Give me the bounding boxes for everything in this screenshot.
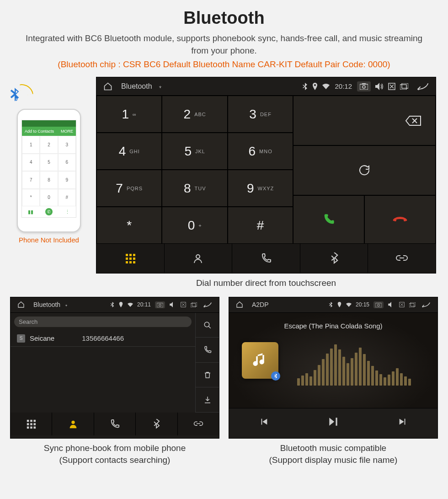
wifi-icon	[346, 303, 352, 307]
contact-number: 13566664466	[82, 334, 124, 342]
hangup-button[interactable]	[364, 195, 436, 244]
svg-rect-6	[126, 254, 128, 256]
dial-key-0[interactable]: 0+	[162, 207, 227, 244]
nav-bluetooth[interactable]	[300, 244, 368, 273]
svg-rect-19	[191, 303, 196, 307]
signal-wave-icon	[20, 82, 33, 96]
side-download-icon[interactable]	[195, 387, 219, 413]
screenshot-icon[interactable]	[357, 81, 371, 91]
location-icon	[119, 302, 123, 307]
svg-rect-29	[30, 426, 32, 429]
nav-call-history[interactable]	[94, 413, 136, 435]
status-title: A2DP	[252, 301, 269, 308]
close-icon[interactable]	[388, 83, 395, 90]
side-delete-icon[interactable]	[195, 363, 219, 388]
status-time: 20:11	[137, 301, 151, 308]
dial-key-1[interactable]: 1∞	[96, 96, 162, 133]
dial-key-7[interactable]: 7PQRS	[96, 170, 162, 207]
dial-key-9[interactable]: 9WXYZ	[228, 170, 293, 207]
redial-button[interactable]	[293, 145, 436, 195]
nav-pair[interactable]	[368, 244, 436, 273]
screenshot-icon[interactable]	[155, 301, 165, 308]
side-call-icon[interactable]	[195, 338, 219, 363]
volume-icon[interactable]	[170, 302, 176, 307]
search-input[interactable]: Search	[14, 317, 192, 327]
close-icon[interactable]	[399, 302, 405, 307]
svg-point-21	[204, 322, 209, 327]
svg-rect-9	[126, 258, 128, 260]
page-title: Bluetooth	[10, 8, 438, 28]
dial-key-5[interactable]: 5JKL	[162, 133, 227, 170]
dialer-caption: Dial number direct from touchscreen	[96, 277, 436, 290]
nav-dialpad[interactable]	[11, 413, 52, 435]
dial-key-2[interactable]: 2ABC	[162, 96, 227, 133]
svg-rect-2	[362, 83, 366, 85]
phonebook-caption-1: Sync phone-book from mobile phone	[10, 442, 219, 455]
svg-rect-5	[402, 83, 408, 88]
dial-key-3[interactable]: 3DEF	[228, 96, 293, 133]
dial-key-8[interactable]: 8TUV	[162, 170, 227, 207]
recent-apps-icon[interactable]	[400, 83, 408, 90]
home-icon[interactable]	[103, 82, 112, 91]
contact-name: Seicane	[30, 334, 54, 342]
svg-point-33	[378, 304, 380, 306]
a2dp-caption-1: Bluetooth music compatible	[229, 442, 438, 455]
recent-apps-icon[interactable]	[409, 302, 416, 307]
volume-icon[interactable]	[388, 302, 395, 307]
svg-rect-30	[34, 426, 36, 429]
home-icon[interactable]	[17, 301, 25, 308]
svg-rect-24	[34, 420, 36, 422]
nav-call-history[interactable]	[232, 244, 300, 273]
bluetooth-status-icon	[110, 302, 114, 307]
nav-pair[interactable]	[178, 413, 219, 435]
backspace-button[interactable]	[293, 96, 436, 145]
play-pause-button[interactable]	[299, 408, 368, 435]
phone-dialpad: 123 456 789 *0#	[22, 136, 76, 206]
usb-icon: ⍖	[159, 83, 162, 90]
next-track-button[interactable]	[368, 408, 437, 435]
call-button[interactable]	[293, 195, 364, 244]
svg-rect-23	[30, 420, 32, 422]
bluetooth-status-icon	[302, 83, 308, 90]
svg-rect-14	[133, 261, 135, 263]
nav-dialpad[interactable]	[96, 244, 165, 273]
a2dp-caption-2: (Support display music file name)	[229, 454, 438, 467]
back-icon[interactable]	[203, 302, 212, 307]
screenshot-icon[interactable]	[373, 301, 384, 308]
svg-point-31	[71, 420, 75, 424]
dial-key-#[interactable]: #	[228, 207, 293, 244]
dial-key-4[interactable]: 4GHI	[96, 133, 162, 170]
recent-apps-icon[interactable]	[191, 302, 197, 307]
svg-rect-13	[129, 261, 132, 263]
back-icon[interactable]	[421, 302, 431, 307]
nav-bluetooth[interactable]	[136, 413, 177, 435]
status-time: 20:15	[356, 301, 369, 308]
prev-track-button[interactable]	[229, 408, 299, 435]
home-icon[interactable]	[236, 301, 243, 308]
close-icon[interactable]	[181, 302, 186, 307]
contact-row[interactable]: S Seicane 13566664466	[11, 331, 195, 347]
volume-icon[interactable]	[375, 83, 384, 90]
svg-rect-4	[400, 85, 406, 90]
svg-point-15	[196, 255, 200, 258]
svg-rect-26	[30, 423, 32, 425]
svg-rect-20	[192, 302, 197, 306]
svg-rect-8	[133, 254, 135, 256]
svg-rect-27	[34, 423, 36, 425]
contact-row-empty	[11, 347, 195, 413]
svg-rect-22	[27, 420, 29, 422]
dial-key-6[interactable]: 6MNO	[228, 133, 293, 170]
svg-rect-0	[360, 84, 368, 90]
nav-contacts[interactable]	[52, 413, 94, 435]
phone-dock: ▮▮ ✆ ⋮	[22, 206, 76, 217]
dial-key-*[interactable]: *	[96, 207, 162, 244]
bluetooth-status-icon	[329, 302, 333, 307]
phonebook-screenshot: Bluetooth ⍖ 20:11 Search	[10, 297, 219, 439]
svg-rect-11	[133, 258, 135, 260]
back-icon[interactable]	[417, 83, 429, 90]
wifi-icon	[322, 84, 330, 89]
side-search-icon[interactable]	[195, 313, 219, 338]
svg-point-17	[159, 304, 161, 306]
nav-contacts[interactable]	[165, 244, 233, 273]
bluetooth-specs: (Bluetooth chip : CSR BC6 Default Blueto…	[10, 59, 438, 70]
